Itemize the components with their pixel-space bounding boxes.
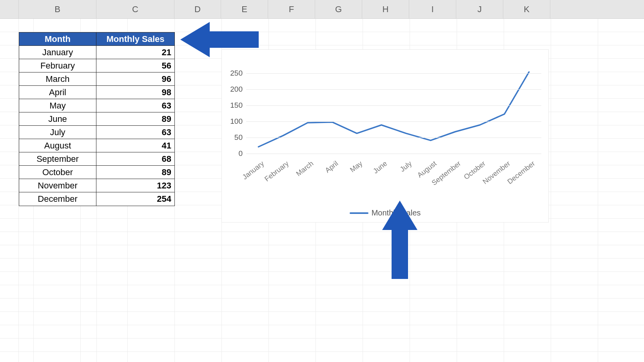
col-header-G[interactable]: G <box>315 0 362 18</box>
column-header-row: B C D E F G H I J K <box>0 0 644 19</box>
cell-value[interactable]: 123 <box>96 179 174 192</box>
cell-month[interactable]: July <box>19 126 96 139</box>
svg-marker-1 <box>382 201 417 279</box>
chart-y-tick: 150 <box>225 101 243 110</box>
chart-x-tick: April <box>323 159 339 175</box>
col-header-E[interactable]: E <box>221 0 268 18</box>
chart-svg <box>246 73 541 154</box>
cell-month[interactable]: August <box>19 139 96 152</box>
col-header-F[interactable]: F <box>268 0 315 18</box>
table-row: August 41 <box>19 139 174 152</box>
chart-x-tick: January <box>241 159 266 181</box>
col-header-J[interactable]: J <box>456 0 503 18</box>
cell-value[interactable]: 89 <box>96 112 174 126</box>
table-row: October 89 <box>19 166 174 179</box>
cell-value[interactable]: 41 <box>96 139 174 152</box>
table-header-month[interactable]: Month <box>19 33 96 46</box>
cell-value[interactable]: 254 <box>96 192 174 206</box>
chart-y-tick: 0 <box>225 149 243 158</box>
col-header-stub <box>0 0 19 18</box>
col-header-D[interactable]: D <box>174 0 221 18</box>
table-row: December 254 <box>19 192 174 206</box>
table-row: February 56 <box>19 59 174 72</box>
cell-month[interactable]: November <box>19 179 96 192</box>
table-row: March 96 <box>19 72 174 86</box>
chart-series-line[interactable] <box>258 72 529 147</box>
table-row: July 63 <box>19 126 174 139</box>
table-row: May 63 <box>19 99 174 112</box>
cell-month[interactable]: June <box>19 112 96 126</box>
arrow-left-icon <box>180 22 259 57</box>
legend-swatch <box>350 212 368 214</box>
cell-month[interactable]: September <box>19 152 96 166</box>
cell-month[interactable]: April <box>19 86 96 99</box>
cell-month[interactable]: December <box>19 192 96 206</box>
col-header-H[interactable]: H <box>362 0 409 18</box>
table-header-value[interactable]: Monthly Sales <box>96 33 174 46</box>
chart-y-tick: 250 <box>225 69 243 78</box>
chart-x-tick: May <box>349 159 365 174</box>
table-header-row: Month Monthly Sales <box>19 33 174 46</box>
cell-month[interactable]: March <box>19 72 96 86</box>
arrow-up-annotation <box>382 201 417 279</box>
chart-x-tick: March <box>294 159 315 178</box>
chart-gridline <box>246 121 541 122</box>
chart-plot-area[interactable] <box>246 73 541 154</box>
chart-y-tick: 100 <box>225 117 243 126</box>
table-row: January 21 <box>19 46 174 59</box>
cell-value[interactable]: 63 <box>96 126 174 139</box>
cell-value[interactable]: 98 <box>96 86 174 99</box>
col-header-K[interactable]: K <box>503 0 550 18</box>
cell-month[interactable]: May <box>19 99 96 112</box>
cell-month[interactable]: February <box>19 59 96 72</box>
chart-x-tick: December <box>506 159 536 186</box>
chart-gridline <box>246 138 541 138</box>
cell-month[interactable]: January <box>19 46 96 59</box>
chart-y-tick: 200 <box>225 85 243 94</box>
chart-gridline <box>246 154 541 154</box>
chart-x-labels: JanuaryFebruaryMarchAprilMayJuneJulyAugu… <box>246 159 541 191</box>
chart-x-tick: August <box>415 159 438 179</box>
chart-gridline <box>246 89 541 90</box>
table-row: November 123 <box>19 179 174 192</box>
data-table[interactable]: Month Monthly Sales January 21 February … <box>19 32 175 206</box>
chart-y-tick: 50 <box>225 133 243 142</box>
cell-value[interactable]: 96 <box>96 72 174 86</box>
cell-value[interactable]: 21 <box>96 46 174 59</box>
cell-value[interactable]: 68 <box>96 152 174 166</box>
col-header-B[interactable]: B <box>19 0 96 18</box>
cell-value[interactable]: 63 <box>96 99 174 112</box>
table-row: April 98 <box>19 86 174 99</box>
arrow-left-annotation <box>180 22 259 57</box>
chart-x-tick: July <box>399 159 414 174</box>
cell-value[interactable]: 89 <box>96 166 174 179</box>
cell-month[interactable]: October <box>19 166 96 179</box>
chart-x-tick: November <box>481 159 512 186</box>
col-header-rest <box>550 0 644 18</box>
cell-value[interactable]: 56 <box>96 59 174 72</box>
chart-x-tick: February <box>263 159 290 183</box>
table-row: June 89 <box>19 112 174 126</box>
chart-gridline <box>246 105 541 106</box>
line-chart[interactable]: JanuaryFebruaryMarchAprilMayJuneJulyAugu… <box>221 49 549 223</box>
col-header-I[interactable]: I <box>409 0 456 18</box>
table-row: September 68 <box>19 152 174 166</box>
col-header-C[interactable]: C <box>96 0 174 18</box>
svg-marker-0 <box>180 22 259 57</box>
chart-gridline <box>246 73 541 74</box>
spreadsheet-grid[interactable]: Month Monthly Sales January 21 February … <box>0 19 644 362</box>
chart-x-tick: June <box>372 159 389 176</box>
arrow-up-icon <box>382 201 417 279</box>
